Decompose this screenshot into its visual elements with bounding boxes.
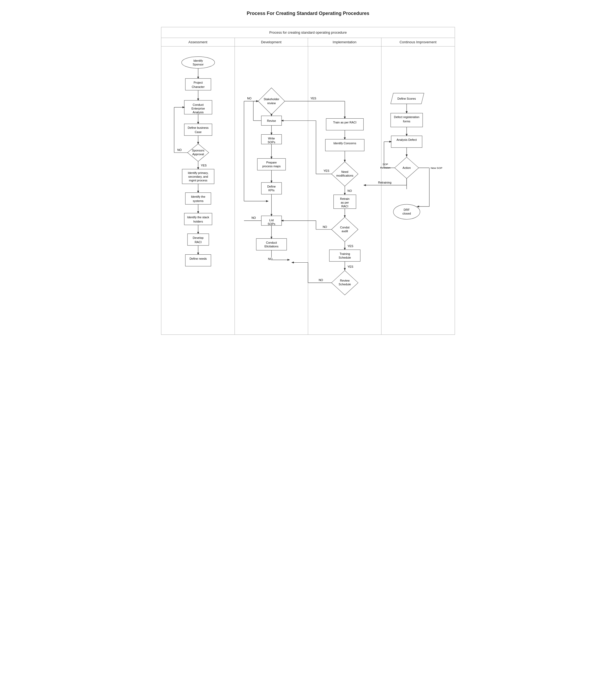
- col-header-assessment: Assessment: [161, 38, 235, 46]
- svg-text:YES: YES: [347, 265, 353, 268]
- svg-text:SOP: SOP: [383, 163, 388, 166]
- svg-text:secondary, and: secondary, and: [188, 175, 208, 178]
- svg-text:Training: Training: [339, 252, 350, 256]
- svg-text:Define: Define: [267, 185, 276, 188]
- columns-header: Assessment Development Implementation Co…: [161, 38, 455, 46]
- svg-text:Identify the: Identify the: [191, 195, 205, 198]
- svg-text:Conduct: Conduct: [193, 103, 203, 106]
- svg-text:Analysis: Analysis: [193, 110, 203, 114]
- identify-sponsor-label: Identify: [193, 59, 203, 62]
- svg-text:Define business: Define business: [188, 126, 209, 129]
- svg-text:RACI: RACI: [341, 205, 348, 208]
- col-header-implementation: Implementation: [308, 38, 381, 46]
- svg-text:NO: NO: [247, 97, 251, 100]
- svg-text:modifications: modifications: [336, 174, 354, 177]
- svg-text:SOPs: SOPs: [268, 140, 275, 144]
- svg-text:Identify the stack: Identify the stack: [187, 216, 209, 219]
- svg-text:Sponsors: Sponsors: [192, 149, 205, 152]
- svg-text:Stakeholder: Stakeholder: [264, 97, 279, 101]
- svg-text:process maps: process maps: [262, 165, 281, 168]
- diagram-container: Process for creating standard operating …: [161, 27, 455, 335]
- svg-text:Prepare: Prepare: [266, 161, 277, 164]
- svg-text:Review: Review: [340, 279, 350, 282]
- svg-text:Retraining: Retraining: [378, 181, 391, 184]
- svg-text:Case: Case: [195, 130, 202, 134]
- svg-rect-5: [185, 79, 211, 90]
- svg-text:audit: audit: [342, 229, 348, 233]
- svg-text:Schedule: Schedule: [339, 256, 351, 259]
- svg-text:Write: Write: [268, 137, 275, 140]
- svg-text:Define needs: Define needs: [189, 257, 207, 260]
- svg-text:Analysis Defect: Analysis Defect: [397, 138, 417, 141]
- flowchart: Identify Sponsor Project Character Condu…: [161, 46, 455, 334]
- svg-text:Character: Character: [192, 85, 205, 88]
- svg-rect-90: [325, 139, 364, 151]
- svg-text:DRF: DRF: [404, 208, 410, 211]
- svg-text:Revise: Revise: [267, 119, 276, 122]
- svg-text:NO: NO: [323, 225, 327, 228]
- svg-text:YES: YES: [347, 244, 353, 248]
- svg-text:Action: Action: [402, 166, 411, 169]
- col-header-improvement: Continous Improvement: [381, 38, 455, 46]
- svg-text:systems: systems: [193, 199, 204, 202]
- svg-text:closed: closed: [402, 212, 411, 215]
- svg-text:Revision: Revision: [380, 166, 390, 169]
- svg-rect-14: [184, 124, 212, 135]
- svg-text:NO: NO: [177, 148, 182, 151]
- svg-text:YES: YES: [311, 97, 316, 100]
- svg-text:review: review: [267, 101, 276, 105]
- svg-text:New SOP: New SOP: [431, 167, 442, 169]
- svg-text:Define Scores: Define Scores: [397, 97, 416, 100]
- svg-text:YES: YES: [201, 164, 207, 167]
- svg-text:KPIs: KPIs: [269, 189, 275, 192]
- page-title: Process For Creating Standard Operating …: [11, 11, 605, 16]
- svg-text:Defect registeration: Defect registeration: [394, 116, 419, 119]
- svg-text:Approval: Approval: [192, 152, 204, 156]
- svg-rect-40: [188, 234, 209, 245]
- svg-text:NO: NO: [347, 189, 352, 192]
- svg-text:holders: holders: [193, 220, 203, 223]
- svg-text:List: List: [269, 219, 274, 222]
- svg-text:Develop: Develop: [193, 236, 203, 239]
- svg-text:Train as per RACI: Train as per RACI: [333, 121, 357, 124]
- svg-text:Enterprise: Enterprise: [192, 107, 205, 110]
- svg-text:SOPs: SOPs: [268, 222, 275, 225]
- svg-text:mgmt process: mgmt process: [189, 179, 207, 182]
- diagram-title: Process for creating standard operating …: [161, 27, 455, 38]
- svg-rect-36: [184, 213, 212, 225]
- svg-text:Identify primary,: Identify primary,: [188, 171, 208, 175]
- svg-text:Identify Concerns: Identify Concerns: [333, 142, 357, 145]
- svg-rect-44: [185, 255, 211, 266]
- svg-text:forms: forms: [403, 120, 411, 123]
- svg-text:Condut: Condut: [340, 226, 349, 229]
- svg-text:Conduct: Conduct: [266, 241, 277, 244]
- svg-text:Elicitations: Elicitations: [265, 245, 279, 248]
- svg-text:Retrain: Retrain: [340, 197, 349, 200]
- svg-text:Schedule: Schedule: [339, 283, 351, 286]
- col-header-development: Development: [235, 38, 308, 46]
- svg-text:Need: Need: [341, 170, 348, 173]
- svg-rect-87: [326, 119, 364, 130]
- svg-text:Project: Project: [194, 81, 203, 84]
- svg-text:YES: YES: [324, 169, 329, 172]
- svg-text:NO: NO: [251, 216, 256, 219]
- identify-sponsor-label2: Sponsor: [193, 63, 203, 66]
- svg-text:as per: as per: [341, 201, 349, 204]
- svg-rect-32: [185, 193, 211, 205]
- svg-rect-135: [391, 136, 422, 147]
- svg-text:RACI: RACI: [195, 240, 202, 244]
- svg-text:NO: NO: [319, 278, 323, 282]
